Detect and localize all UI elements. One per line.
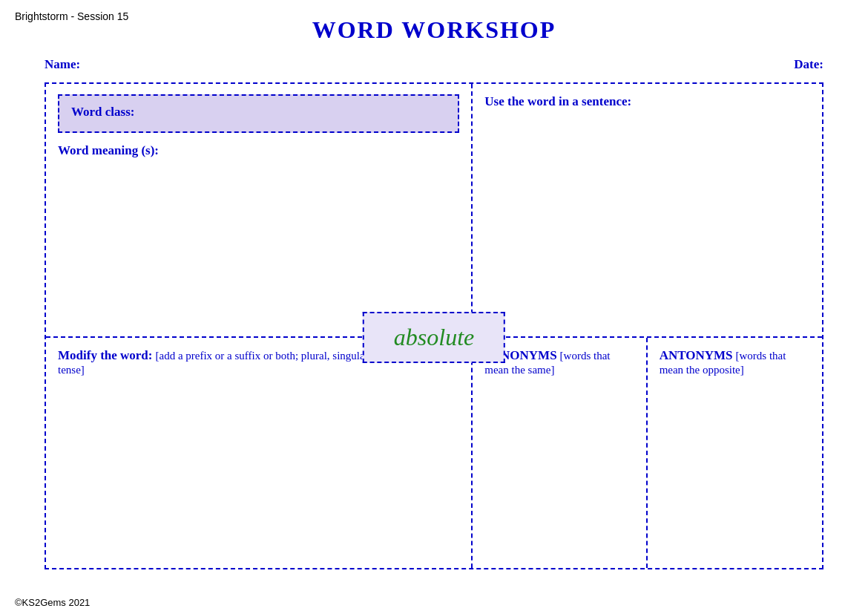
synonyms-label-row: SYNONYMS [words that mean the same] [484, 348, 634, 376]
antonyms-label: ANTONYMS [660, 348, 733, 362]
name-date-row: Name: Date: [15, 57, 853, 72]
center-word-container: absolute [363, 312, 505, 363]
name-label: Name: [45, 57, 80, 72]
bottom-section: Modify the word: [add a prefix or a suff… [46, 338, 822, 568]
session-label: Brightstorm - Session 15 [15, 10, 128, 22]
word-meaning-label: Word meaning (s): [58, 143, 459, 158]
main-grid: Word class: Word meaning (s): Use the wo… [45, 82, 823, 569]
bottom-middle-panel: SYNONYMS [words that mean the same] [473, 338, 647, 568]
word-class-label: Word class: [71, 105, 134, 119]
bottom-left-panel: Modify the word: [add a prefix or a suff… [46, 338, 473, 568]
page-title: WORD WORKSHOP [15, 9, 853, 44]
antonyms-label-row: ANTONYMS [words that mean the opposite] [660, 348, 810, 376]
bottom-right-panel: ANTONYMS [words that mean the opposite] [648, 338, 822, 568]
center-word-box: absolute [363, 312, 505, 363]
use-sentence-label: Use the word in a sentence: [484, 94, 810, 109]
date-label: Date: [794, 57, 823, 72]
word-class-box: Word class: [58, 94, 459, 133]
copyright: ©KS2Gems 2021 [15, 597, 90, 608]
top-section: Word class: Word meaning (s): Use the wo… [46, 84, 822, 338]
center-word: absolute [394, 324, 474, 350]
top-right-panel: Use the word in a sentence: [473, 84, 822, 336]
modify-label: Modify the word: [58, 348, 152, 362]
top-left-panel: Word class: Word meaning (s): [46, 84, 473, 336]
